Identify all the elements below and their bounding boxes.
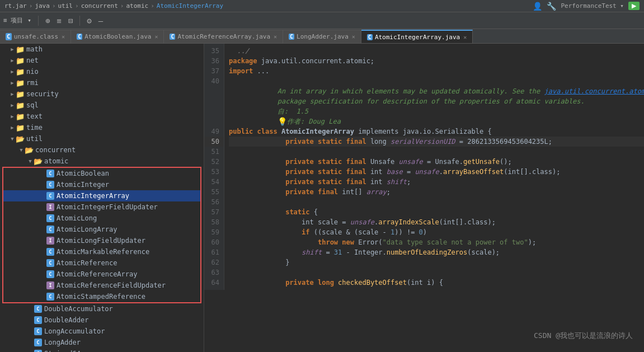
- sidebar-item-atomic[interactable]: ▼ 📂 atomic: [0, 156, 204, 167]
- code-line-jd3: 自: 1.5: [229, 106, 644, 116]
- toolbar-icon-gear[interactable]: ⚙: [84, 15, 93, 26]
- toolbar-icon-collapse[interactable]: ⊟: [66, 15, 75, 26]
- tab-longadder[interactable]: C LongAdder.java ✕: [283, 30, 361, 43]
- tab-icon-unsafe: C: [6, 33, 12, 40]
- code-line-56: [229, 197, 644, 207]
- tab-close-atomicreferencearray[interactable]: ✕: [274, 34, 277, 40]
- sidebar-item-concurrent[interactable]: ▼ 📂 concurrent: [0, 144, 204, 156]
- line-num-61: 61: [204, 247, 224, 257]
- sidebar-label-time: time: [26, 124, 43, 132]
- tab-label-atomicboolean: AtomicBoolean.java: [84, 33, 151, 40]
- arrow-atomiclong: [39, 215, 46, 221]
- project-toolbar-label: ≡ 项目: [3, 16, 23, 25]
- sidebar-item-sql[interactable]: ▶ 📁 sql: [0, 100, 204, 111]
- line-num-51: 51: [204, 147, 224, 157]
- sidebar-item-atomicreference[interactable]: C AtomicReference: [3, 257, 200, 269]
- sidebar-item-security[interactable]: ▶ 📁 security: [0, 88, 204, 100]
- sidebar-item-net[interactable]: ▶ 📁 net: [0, 55, 204, 66]
- sidebar-item-longadder[interactable]: C LongAdder: [0, 337, 204, 348]
- line-num-53: 53: [204, 167, 224, 177]
- sidebar-label-net: net: [26, 57, 39, 64]
- sidebar-item-atomicintegerfieldudpater[interactable]: I AtomicIntegerFieldUpdater: [3, 201, 200, 213]
- top-bar-right: 👤 🔧 PerformanceTest ▾ ▶: [533, 2, 640, 11]
- sidebar-item-atomicintegerarray[interactable]: C AtomicIntegerArray: [3, 190, 200, 201]
- class-icon-doubleaccumulator: C: [34, 304, 43, 313]
- arrow-concurrent: ▼: [18, 147, 25, 153]
- sidebar-item-math[interactable]: ▶ 📁 math: [0, 44, 204, 55]
- sidebar-label-longadder: LongAdder: [44, 339, 81, 346]
- sidebar-item-atomiclong[interactable]: C AtomicLong: [3, 213, 200, 224]
- toolbar-icon-add[interactable]: ⊕: [43, 15, 52, 26]
- code-line-52: private static final Unsafe unsafe = Uns…: [229, 157, 644, 167]
- breadcrumb-sep: ›: [29, 2, 33, 10]
- line-num-blank1: [204, 86, 224, 96]
- sidebar-item-time[interactable]: ▶ 📁 time: [0, 122, 204, 133]
- tab-label-longadder: LongAdder.java: [297, 33, 349, 40]
- toolbar-icon-list[interactable]: ≡: [54, 15, 63, 26]
- sidebar-item-atomicboolean[interactable]: C AtomicBoolean: [3, 168, 200, 179]
- tab-close-unsafe[interactable]: ✕: [62, 34, 65, 40]
- sidebar-item-atomiclongarray[interactable]: C AtomicLongArray: [3, 224, 200, 235]
- toolbar-separator: [38, 16, 39, 26]
- run-button[interactable]: ▶: [628, 2, 640, 10]
- sidebar-label-striped64: Striped64: [44, 350, 81, 352]
- sidebar-item-atomicstampedreference[interactable]: C AtomicStampedReference: [3, 291, 200, 302]
- folder-icon-net: 📁: [16, 56, 25, 65]
- sidebar-item-longaccumulator[interactable]: C LongAccumulator: [0, 326, 204, 337]
- arrow-atomicmarkablereference: [39, 249, 46, 255]
- sidebar-label-doubleaccumulator: DoubleAccumulator: [44, 305, 113, 313]
- line-num-64: 64: [204, 278, 224, 288]
- class-icon-atomicintegerarray: C: [46, 191, 55, 200]
- tab-unsafe[interactable]: C unsafe.class ✕: [0, 30, 71, 43]
- sidebar-item-util[interactable]: ▼ 📂 util: [0, 133, 204, 144]
- sidebar-label-concurrent: concurrent: [35, 146, 76, 154]
- arrow-atomic: ▼: [27, 158, 34, 164]
- sidebar-item-atomicreferencefieldupdater[interactable]: I AtomicReferenceFieldUpdater: [3, 280, 200, 291]
- tab-atomicboolean[interactable]: C AtomicBoolean.java ✕: [71, 30, 164, 43]
- code-line-61: shift = 31 - Integer.numberOfLeadingZero…: [229, 247, 644, 257]
- toolbar-dropdown-arrow[interactable]: ▾: [27, 17, 31, 24]
- sidebar-label-atomicinteger: AtomicInteger: [57, 181, 109, 189]
- tab-atomicintegerarray[interactable]: C AtomicIntegerArray.java ✕: [361, 30, 473, 43]
- sidebar-label-atomicreference: AtomicReference: [57, 259, 117, 267]
- settings-icon[interactable]: 🔧: [547, 2, 556, 11]
- sidebar-item-nio[interactable]: ▶ 📁 nio: [0, 66, 204, 77]
- code-line-63: [229, 267, 644, 278]
- sidebar-item-atomicreferencearray[interactable]: C AtomicReferenceArray: [3, 269, 200, 280]
- line-num-37: 37: [204, 66, 224, 76]
- breadcrumb-java: java: [35, 2, 50, 10]
- line-num-59: 59: [204, 227, 224, 237]
- arrow-nio: ▶: [9, 69, 16, 74]
- class-icon-atomicreference: C: [46, 259, 55, 267]
- sidebar-label-security: security: [26, 90, 59, 98]
- tab-close-atomicboolean[interactable]: ✕: [154, 34, 158, 40]
- line-num-52: 52: [204, 157, 224, 167]
- sidebar-label-nio: nio: [26, 68, 39, 76]
- code-line-jd2: package specification for description of…: [229, 96, 644, 106]
- tab-label-atomicintegerarray: AtomicIntegerArray.java: [375, 34, 460, 41]
- tab-close-longadder[interactable]: ✕: [352, 34, 355, 40]
- sidebar-item-atomiclongfieldupdater[interactable]: I AtomicLongFieldUpdater: [3, 235, 200, 246]
- sidebar-item-doubleaccumulator[interactable]: C DoubleAccumulator: [0, 303, 204, 315]
- sidebar-item-striped64[interactable]: C Striped64: [0, 348, 204, 352]
- sidebar-item-atomicmarkablereference[interactable]: C AtomicMarkableReference: [3, 246, 200, 257]
- code-line-51: [229, 147, 644, 157]
- tab-close-atomicintegerarray[interactable]: ✕: [463, 34, 467, 40]
- class-icon-atomiclong: C: [46, 214, 55, 223]
- arrow-atomicboolean: [39, 171, 46, 176]
- arrow-net: ▶: [9, 58, 16, 63]
- sidebar-item-rmi[interactable]: ▶ 📁 rmi: [0, 77, 204, 88]
- sidebar-item-text[interactable]: ▶ 📁 text: [0, 111, 204, 122]
- class-icon-atomiclongfieldupdater: I: [46, 236, 55, 245]
- top-bar: rt.jar › java › util › concurrent › atom…: [0, 0, 644, 12]
- arrow-atomicintegerarray: [39, 193, 46, 199]
- toolbar-icon-minus[interactable]: —: [96, 15, 105, 26]
- line-num-35: 35: [204, 46, 224, 56]
- sidebar-item-doubleadder[interactable]: C DoubleAdder: [0, 315, 204, 326]
- line-num-62: 62: [204, 257, 224, 267]
- code-area[interactable]: 35 36 37 40 49 50 51 52 53 54 55 56 57 5…: [204, 44, 644, 352]
- sidebar-item-atomicinteger[interactable]: C AtomicInteger: [3, 179, 200, 190]
- class-icon-longaccumulator: C: [34, 327, 43, 336]
- tab-atomicreferencearray[interactable]: C AtomicReferenceArray.java ✕: [164, 30, 283, 43]
- line-num-58: 58: [204, 217, 224, 227]
